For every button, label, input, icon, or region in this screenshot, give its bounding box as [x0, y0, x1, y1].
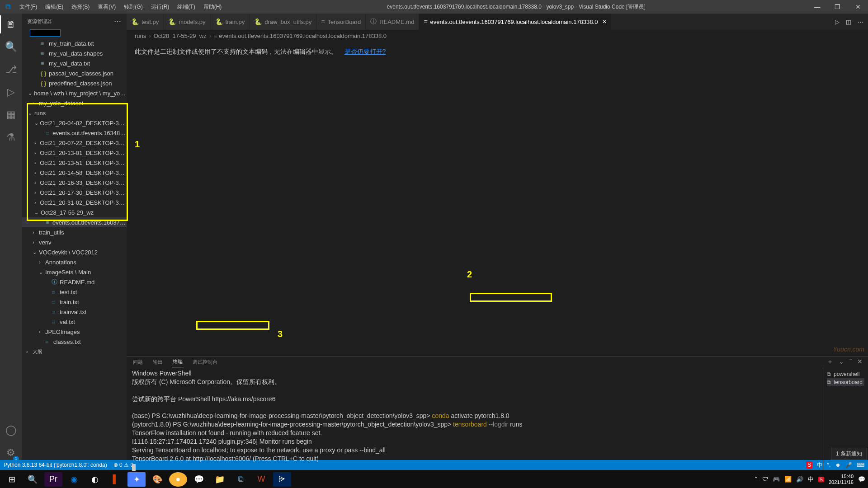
task-office-icon[interactable]: ▌	[107, 472, 125, 487]
tree-item[interactable]: ›Oct21_20-13-01_DESKTOP-3T2AM...	[22, 148, 127, 158]
close-icon[interactable]: ✕	[848, 3, 868, 10]
notification-toast[interactable]: 1 条新通知	[831, 448, 867, 460]
close-panel-icon[interactable]: ✕	[857, 358, 863, 366]
tree-item[interactable]: ⌄Oct28_17-55-29_wz	[22, 207, 127, 217]
tree-item[interactable]: ≡trainval.txt	[22, 307, 127, 317]
menu-help[interactable]: 帮助(H)	[200, 1, 226, 13]
menu-edit[interactable]: 编辑(E)	[42, 1, 67, 13]
tree-item[interactable]: ⌄VOCdevkit \ VOC2012	[22, 247, 127, 257]
menu-terminal[interactable]: 终端(T)	[174, 1, 198, 13]
terminal-item-tensorboard[interactable]: ⧉tensorboard	[827, 378, 864, 386]
tree-item[interactable]: ≡events.out.tfevents.1603791769.l...	[22, 217, 127, 227]
tray-ime-icon[interactable]: S	[818, 477, 824, 482]
panel-tab-debug[interactable]: 调试控制台	[192, 357, 218, 367]
new-terminal-icon[interactable]: ＋	[827, 358, 833, 366]
task-feishu-icon[interactable]: ✦	[127, 472, 146, 487]
tree-item[interactable]: ›Oct21_20-31-02_DESKTOP-3T2AM...	[22, 197, 127, 207]
tray-notifications-icon[interactable]: 💬	[858, 476, 865, 483]
tree-item[interactable]: ≡my_val_data.shapes	[22, 48, 127, 58]
status-python[interactable]: Python 3.6.13 64-bit ('pytorch1.8.0': co…	[4, 462, 107, 468]
tree-item[interactable]: ≡my_val_data.txt	[22, 58, 127, 68]
tree-item[interactable]: ≡val.txt	[22, 317, 127, 327]
tree-item[interactable]: ≡classes.txt	[22, 337, 127, 347]
task-vscode-icon[interactable]: ⧉	[231, 472, 250, 487]
status-punc[interactable]: °,	[827, 462, 830, 468]
explorer-icon[interactable]: 🗎	[0, 17, 22, 32]
menu-goto[interactable]: 转到(G)	[120, 1, 146, 13]
tree-item[interactable]: ›Oct21_20-07-22_DESKTOP-3T2AM...	[22, 138, 127, 148]
task-browser-icon[interactable]: ●	[169, 472, 187, 487]
editor-tab[interactable]: ≡TensorBoard	[316, 14, 366, 30]
tray-game-icon[interactable]: 🎮	[773, 476, 780, 483]
status-kb-icon[interactable]: ⌨	[857, 462, 864, 468]
status-emoji-icon[interactable]: ☻	[835, 462, 841, 468]
start-icon[interactable]: ⊞	[3, 472, 21, 487]
tree-item[interactable]: ≡test.txt	[22, 287, 127, 297]
extensions-icon[interactable]: ▦	[0, 108, 22, 122]
tree-item[interactable]: ›train_utils	[22, 227, 127, 237]
task-search-icon[interactable]: 🔍	[24, 472, 42, 487]
task-chrome-icon[interactable]: ◐	[86, 472, 104, 487]
run-icon[interactable]: ▷	[835, 19, 840, 25]
maximize-panel-icon[interactable]: ˆ	[849, 358, 852, 366]
tree-item[interactable]: ⌄ImageSets \ Main	[22, 267, 127, 277]
tree-item[interactable]: ⌄home \ wzh \ my_project \ my_yolo_...	[22, 88, 127, 98]
tree-item[interactable]: ›Oct21_20-16-33_DESKTOP-3T2AM...	[22, 178, 127, 188]
account-icon[interactable]: ◯	[0, 423, 22, 437]
menu-run[interactable]: 运行(R)	[147, 1, 173, 13]
open-anyway-link[interactable]: 是否仍要打开?	[344, 48, 386, 55]
tree-item[interactable]: ⓘREADME.md	[22, 277, 127, 287]
task-wechat-icon[interactable]: 💬	[190, 472, 208, 487]
tree-item[interactable]: ›JPEGImages	[22, 327, 127, 337]
task-paint-icon[interactable]: 🎨	[148, 472, 166, 487]
tray-chevron-up-icon[interactable]: ˄	[755, 476, 758, 483]
panel-tab-problems[interactable]: 问题	[132, 357, 144, 367]
search-icon[interactable]: 🔍	[0, 40, 22, 54]
terminal-output[interactable]: Windows PowerShell 版权所有 (C) Microsoft Co…	[127, 367, 823, 474]
task-edge-icon[interactable]: ◉	[65, 472, 83, 487]
beaker-icon[interactable]: ⚗	[0, 130, 22, 145]
tray-volume-icon[interactable]: 🔊	[796, 476, 803, 483]
breadcrumb[interactable]: runs› Oct28_17-55-29_wz› ≡ events.out.tf…	[127, 30, 868, 42]
crumb-1[interactable]: Oct28_17-55-29_wz	[154, 33, 207, 39]
crumb-0[interactable]: runs	[135, 33, 146, 39]
task-powershell-icon[interactable]: ⩥	[273, 472, 291, 487]
tree-item[interactable]: ›Oct21_20-17-30_DESKTOP-3T2AM...	[22, 188, 127, 197]
editor-tab[interactable]: ⓘREADME.md	[366, 14, 419, 30]
tree-item[interactable]: ›my_yolo_dataset	[22, 98, 127, 108]
tree-item[interactable]: ›大纲	[22, 347, 127, 357]
tree-item[interactable]: ⌄Oct21_20-04-02_DESKTOP-3T2AM...	[22, 118, 127, 128]
tree-item[interactable]: ›Annotations	[22, 257, 127, 267]
status-mic-icon[interactable]: 🎤	[845, 462, 852, 468]
editor-tab[interactable]: 🐍train.py	[211, 14, 250, 30]
filter-input[interactable]	[30, 29, 61, 37]
split-editor-icon[interactable]: ◫	[846, 19, 851, 25]
settings-gear-icon[interactable]: ⚙1	[0, 446, 22, 460]
task-wps-icon[interactable]: W	[252, 472, 270, 487]
menu-select[interactable]: 选择(S)	[68, 1, 93, 13]
tree-item[interactable]: ≡events.out.tfevents.1634817842....	[22, 128, 127, 138]
menu-view[interactable]: 查看(V)	[94, 1, 119, 13]
tray-lang-icon[interactable]: 中	[808, 475, 814, 483]
more-actions-icon[interactable]: ⋯	[858, 19, 863, 25]
tree-item[interactable]: { }predefined_classes.json	[22, 78, 127, 88]
split-terminal-icon[interactable]: ⌄	[839, 358, 844, 366]
editor-tab[interactable]: ≡events.out.tfevents.1603791769.localhos…	[419, 14, 612, 30]
tray-clock[interactable]: 15:40 2021/11/16	[829, 474, 854, 484]
tree-item[interactable]: { }pascal_voc_classes.json	[22, 68, 127, 78]
tree-item[interactable]: ›Oct21_20-14-58_DESKTOP-3T2AM...	[22, 168, 127, 178]
source-control-icon[interactable]: ⎇	[0, 62, 22, 77]
tab-close-icon[interactable]: ✕	[602, 19, 607, 25]
editor-tab[interactable]: 🐍test.py	[127, 14, 164, 30]
task-explorer-icon[interactable]: 📁	[211, 472, 229, 487]
tray-wifi-icon[interactable]: 📶	[784, 476, 792, 483]
tree-item[interactable]: ⌄runs	[22, 108, 127, 118]
panel-tab-terminal[interactable]: 终端	[172, 357, 184, 367]
panel-tab-output[interactable]: 输出	[152, 357, 164, 367]
tree-item[interactable]: ›venv	[22, 237, 127, 247]
editor-tab[interactable]: 🐍draw_box_utils.py	[250, 14, 316, 30]
menu-file[interactable]: 文件(F)	[16, 1, 41, 13]
tree-item[interactable]: ≡my_train_data.txt	[22, 38, 127, 48]
maximize-icon[interactable]: ❐	[827, 3, 848, 10]
tray-security-icon[interactable]: 🛡	[762, 476, 768, 483]
